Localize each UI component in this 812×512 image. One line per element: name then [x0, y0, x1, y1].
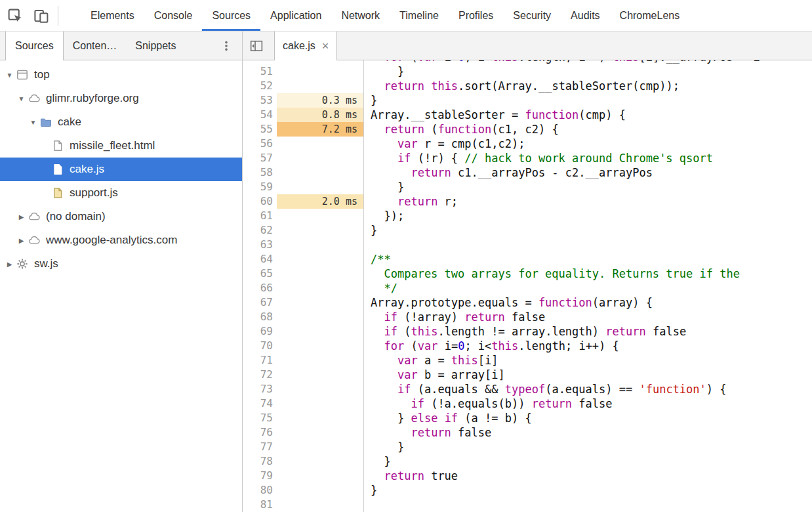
- line-number[interactable]: 78: [243, 454, 277, 469]
- tree-item-no-domain[interactable]: ▶(no domain): [0, 205, 242, 228]
- code-line[interactable]: }: [363, 180, 812, 194]
- line-number[interactable]: 59: [243, 180, 277, 194]
- code-line[interactable]: var b = array[i]: [363, 368, 812, 382]
- panel-tab-sources[interactable]: Sources: [5, 32, 64, 60]
- line-number[interactable]: 77: [243, 440, 277, 454]
- tab-elements[interactable]: Elements: [81, 0, 144, 31]
- code-line[interactable]: return false: [363, 425, 812, 440]
- tree-item-missile-fleet-html[interactable]: missile_fleet.html: [0, 134, 242, 158]
- code-line[interactable]: /**: [363, 252, 812, 267]
- code-line[interactable]: var r = cmp(c1,c2);: [363, 137, 812, 151]
- tab-profiles[interactable]: Profiles: [449, 0, 503, 31]
- tab-sources[interactable]: Sources: [202, 0, 260, 31]
- chevron-right-icon[interactable]: ▶: [4, 261, 15, 268]
- tree-item-cake[interactable]: ▼cake: [0, 110, 242, 134]
- chevron-right-icon[interactable]: ▶: [16, 237, 27, 244]
- code-line[interactable]: Array.__stableSorter = function(cmp) {: [363, 108, 812, 122]
- code-line[interactable]: }: [363, 64, 812, 79]
- tab-network[interactable]: Network: [331, 0, 390, 31]
- code-line[interactable]: return true: [363, 469, 812, 483]
- file-tab[interactable]: cake.js ×: [274, 32, 337, 60]
- line-number[interactable]: 66: [243, 281, 277, 295]
- code-line[interactable]: return r;: [363, 194, 812, 209]
- line-number[interactable]: 72: [243, 368, 277, 382]
- code-row: 51 }: [243, 64, 812, 79]
- code-line[interactable]: return this.sort(Array.__stableSorter(cm…: [363, 79, 812, 93]
- code-line[interactable]: Array.prototype.equals = function(array)…: [363, 295, 812, 310]
- line-number[interactable]: 70: [243, 339, 277, 353]
- inspect-element-button[interactable]: [4, 5, 26, 27]
- code-line[interactable]: for (var i=0; i<this.length; i++) {: [363, 339, 812, 353]
- line-number[interactable]: 58: [243, 165, 277, 180]
- tab-timeline[interactable]: Timeline: [390, 0, 449, 31]
- code-line[interactable]: }: [363, 440, 812, 454]
- line-number[interactable]: 71: [243, 353, 277, 368]
- tree-item-cake-js[interactable]: cake.js: [0, 158, 242, 181]
- code-line[interactable]: }: [363, 223, 812, 238]
- line-number[interactable]: 76: [243, 425, 277, 440]
- code-line[interactable]: */: [363, 281, 812, 295]
- line-number[interactable]: 69: [243, 324, 277, 339]
- code-row: 530.3 ms}: [243, 93, 812, 108]
- code-line[interactable]: if (!r) { // hack to work around Chrome'…: [363, 151, 812, 165]
- line-number[interactable]: 53: [243, 93, 277, 108]
- code-line[interactable]: if (!a.equals(b)) return false: [363, 396, 812, 411]
- navigator-toggle-button[interactable]: [243, 32, 270, 60]
- line-number[interactable]: 73: [243, 382, 277, 396]
- code-line[interactable]: [363, 238, 812, 252]
- tab-application[interactable]: Application: [260, 0, 331, 31]
- tree-item-sw-js[interactable]: ▶sw.js: [0, 252, 242, 276]
- line-number[interactable]: 63: [243, 238, 277, 252]
- line-number[interactable]: 51: [243, 64, 277, 79]
- tree-item-support-js[interactable]: support.js: [0, 181, 242, 205]
- code-line[interactable]: var a = this[i]: [363, 353, 812, 368]
- code-line[interactable]: [363, 498, 812, 512]
- line-number[interactable]: 61: [243, 209, 277, 223]
- code-line[interactable]: }: [363, 454, 812, 469]
- line-number[interactable]: 67: [243, 295, 277, 310]
- code-line[interactable]: });: [363, 209, 812, 223]
- tab-security[interactable]: Security: [503, 0, 561, 31]
- line-number[interactable]: 81: [243, 498, 277, 512]
- code-line[interactable]: }: [363, 93, 812, 108]
- line-number[interactable]: 68: [243, 310, 277, 324]
- line-number[interactable]: 60: [243, 194, 277, 209]
- chevron-down-icon[interactable]: ▼: [16, 95, 27, 102]
- tree-item-glimr-rubyforge-org[interactable]: ▼glimr.rubyforge.org: [0, 87, 242, 110]
- device-toolbar-button[interactable]: [30, 5, 52, 27]
- code-token: });: [371, 209, 404, 223]
- tab-close-icon[interactable]: ×: [322, 40, 329, 52]
- chevron-down-icon[interactable]: ▼: [28, 119, 39, 126]
- line-number[interactable]: 74: [243, 396, 277, 411]
- line-number[interactable]: 62: [243, 223, 277, 238]
- tab-audits[interactable]: Audits: [561, 0, 609, 31]
- line-number[interactable]: 57: [243, 151, 277, 165]
- line-number[interactable]: 65: [243, 267, 277, 281]
- line-number[interactable]: 79: [243, 469, 277, 483]
- code-line[interactable]: }: [363, 483, 812, 498]
- chevron-right-icon[interactable]: ▶: [16, 213, 27, 221]
- code-line[interactable]: if (!array) return false: [363, 310, 812, 324]
- chevron-down-icon[interactable]: ▼: [4, 72, 15, 79]
- line-number[interactable]: 55: [243, 122, 277, 137]
- line-number[interactable]: 56: [243, 137, 277, 151]
- code-line[interactable]: return c1.__arrayPos - c2.__arrayPos: [363, 165, 812, 180]
- code-line[interactable]: } else if (a != b) {: [363, 411, 812, 425]
- code-line[interactable]: return (function(c1, c2) {: [363, 122, 812, 137]
- line-number[interactable]: 52: [243, 79, 277, 93]
- tab-chromelens[interactable]: ChromeLens: [610, 0, 690, 31]
- tab-console[interactable]: Console: [144, 0, 203, 31]
- overflow-menu-button[interactable]: [220, 32, 233, 60]
- code-line[interactable]: if (this.length != array.length) return …: [363, 324, 812, 339]
- code-line[interactable]: if (a.equals && typeof(a.equals) == 'fun…: [363, 382, 812, 396]
- line-number[interactable]: 80: [243, 483, 277, 498]
- line-number[interactable]: 75: [243, 411, 277, 425]
- line-number[interactable]: 64: [243, 252, 277, 267]
- line-number[interactable]: 54: [243, 108, 277, 122]
- panel-tab-conten[interactable]: Conten…: [64, 32, 127, 60]
- code-line[interactable]: Compares two arrays for equality. Return…: [363, 267, 812, 281]
- profile-time: [277, 295, 363, 310]
- tree-item-www-google-analytics-com[interactable]: ▶www.google-analytics.com: [0, 228, 242, 252]
- panel-tab-snippets[interactable]: Snippets: [126, 32, 185, 60]
- tree-item-top[interactable]: ▼top: [0, 63, 242, 87]
